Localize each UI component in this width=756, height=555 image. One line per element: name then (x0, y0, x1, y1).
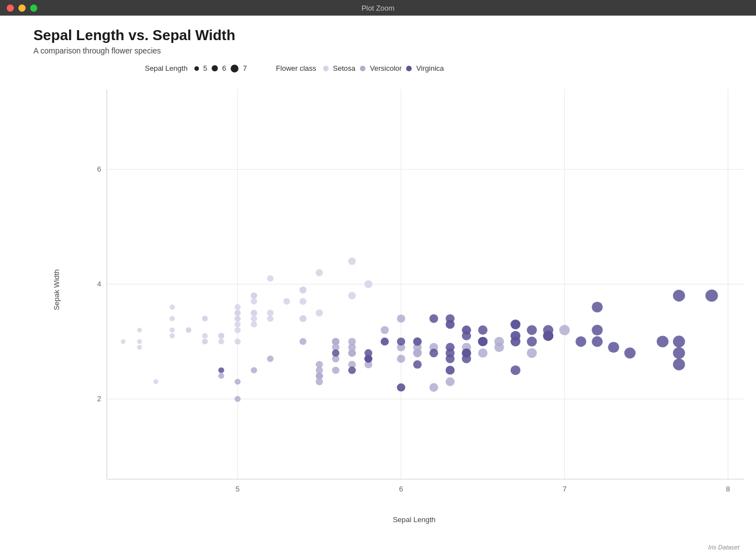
svg-text:6: 6 (399, 485, 403, 493)
svg-point-45 (267, 315, 274, 322)
svg-point-39 (169, 305, 174, 310)
window-title: Plot Zoom (362, 4, 394, 12)
x-axis-label: Sepal Length (393, 515, 436, 524)
svg-point-150 (446, 349, 455, 358)
svg-point-100 (397, 355, 405, 363)
svg-point-166 (381, 338, 389, 345)
svg-point-77 (235, 396, 241, 402)
svg-point-33 (300, 286, 307, 293)
svg-point-135 (673, 359, 685, 371)
svg-text:8: 8 (726, 485, 730, 493)
svg-point-139 (673, 347, 685, 359)
size-value-5: 5 (203, 64, 207, 72)
svg-point-86 (332, 367, 339, 374)
svg-point-151 (413, 361, 422, 369)
setosa-dot (323, 66, 329, 71)
svg-point-142 (592, 325, 603, 335)
svg-point-87 (381, 326, 389, 334)
size-value-7: 7 (243, 64, 247, 72)
svg-point-27 (300, 298, 307, 305)
svg-point-116 (348, 349, 356, 357)
size-value-6: 6 (222, 64, 226, 72)
svg-point-66 (235, 322, 241, 328)
svg-point-42 (235, 339, 241, 345)
svg-point-155 (397, 338, 405, 346)
svg-point-55 (137, 339, 142, 344)
svg-point-52 (235, 327, 241, 333)
svg-point-158 (543, 331, 554, 341)
plot-subtitle: A comparison through flower species (33, 46, 739, 55)
window-controls[interactable] (7, 4, 37, 12)
svg-text:2: 2 (97, 395, 101, 403)
svg-point-125 (510, 366, 520, 375)
svg-point-76 (267, 356, 274, 362)
svg-point-154 (462, 332, 471, 340)
svg-point-143 (430, 349, 438, 357)
svg-point-56 (251, 315, 257, 322)
svg-point-122 (657, 336, 669, 348)
chart-area: Sepak Width 2465678 Sepal Length (61, 78, 756, 502)
svg-point-159 (364, 355, 372, 363)
svg-point-149 (462, 348, 471, 357)
svg-point-18 (218, 339, 225, 344)
svg-point-164 (478, 337, 487, 347)
svg-point-35 (348, 292, 356, 299)
svg-point-32 (348, 257, 356, 265)
versicolor-dot (360, 66, 365, 71)
svg-point-43 (235, 315, 241, 322)
svg-point-126 (592, 302, 603, 313)
svg-point-41 (202, 316, 208, 322)
svg-point-134 (673, 290, 685, 301)
svg-point-59 (137, 328, 142, 332)
svg-text:7: 7 (563, 485, 567, 493)
svg-point-48 (300, 315, 307, 322)
svg-point-92 (494, 337, 504, 346)
titlebar: Plot Zoom (0, 0, 756, 16)
svg-point-105 (332, 338, 339, 345)
svg-point-163 (446, 366, 455, 375)
svg-point-63 (251, 293, 257, 299)
virginica-label: Virginica (416, 64, 444, 72)
svg-point-65 (283, 298, 290, 305)
dataset-credit: Iris Dataset (708, 544, 739, 551)
size-legend-label: Sepal Length (145, 64, 188, 72)
svg-point-129 (527, 337, 537, 347)
svg-point-53 (316, 309, 323, 317)
close-button[interactable] (7, 4, 14, 12)
svg-point-101 (300, 338, 307, 345)
svg-point-152 (673, 335, 685, 347)
svg-point-21 (235, 304, 241, 310)
svg-point-160 (527, 325, 537, 335)
svg-point-161 (510, 319, 520, 329)
svg-point-104 (446, 377, 455, 386)
svg-point-127 (478, 325, 487, 335)
svg-point-90 (413, 349, 422, 357)
svg-point-162 (510, 337, 520, 346)
size-dot-5 (194, 66, 199, 71)
svg-point-107 (316, 361, 323, 368)
svg-point-44 (267, 310, 274, 317)
svg-point-136 (397, 383, 405, 392)
svg-point-110 (235, 379, 241, 385)
scatter-chart: 2465678 (61, 78, 756, 502)
class-legend: Flower class Setosa Versicolor Virginica (276, 64, 443, 72)
svg-point-130 (348, 367, 356, 374)
svg-point-47 (202, 333, 208, 339)
svg-point-62 (202, 339, 208, 344)
svg-point-54 (218, 333, 225, 338)
svg-point-93 (527, 348, 537, 358)
plot-title: Sepal Length vs. Sepal Width (33, 27, 739, 44)
svg-point-31 (364, 280, 372, 288)
svg-text:4: 4 (97, 280, 101, 288)
legend: Sepal Length 5 6 7 Flower class Setosa V… (33, 64, 739, 72)
svg-point-144 (413, 337, 422, 345)
size-legend: Sepal Length 5 6 7 (145, 64, 247, 72)
svg-text:5: 5 (236, 485, 240, 493)
svg-point-102 (397, 314, 405, 323)
svg-point-119 (575, 336, 586, 347)
svg-point-38 (251, 298, 257, 304)
svg-point-40 (251, 322, 257, 328)
minimize-button[interactable] (18, 4, 26, 12)
svg-point-115 (251, 367, 257, 373)
maximize-button[interactable] (30, 4, 37, 12)
